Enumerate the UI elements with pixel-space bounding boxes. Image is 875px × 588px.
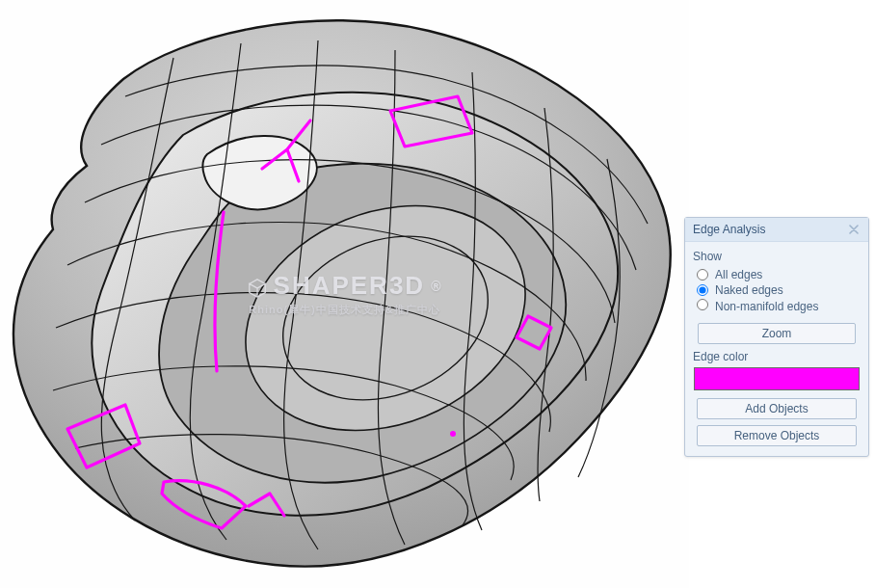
radio-naked-edges-input[interactable] (697, 284, 708, 296)
radio-all-edges-label: All edges (715, 268, 762, 281)
radio-all-edges-input[interactable] (697, 269, 708, 281)
radio-nonmanifold-edges-input[interactable] (697, 299, 708, 310)
close-icon[interactable] (847, 223, 861, 236)
radio-nonmanifold-edges[interactable]: Non-manifold edges (693, 298, 861, 315)
remove-objects-button[interactable]: Remove Objects (697, 425, 857, 446)
svg-point-0 (450, 431, 456, 437)
panel-header[interactable]: Edge Analysis (685, 218, 868, 242)
panel-title: Edge Analysis (693, 223, 765, 236)
edge-analysis-panel: Edge Analysis Show All edges Naked edges… (684, 217, 869, 457)
radio-naked-edges[interactable]: Naked edges (693, 282, 861, 298)
model-render (0, 0, 689, 588)
radio-nonmanifold-edges-label: Non-manifold edges (715, 299, 818, 314)
zoom-button[interactable]: Zoom (698, 323, 856, 344)
show-label: Show (693, 250, 861, 263)
edge-color-swatch[interactable] (694, 367, 860, 390)
viewport-3d[interactable]: SHAPER3D® Rhino(犀牛)中国技术支持&推广中心 (0, 0, 689, 588)
radio-all-edges[interactable]: All edges (693, 267, 861, 282)
add-objects-button[interactable]: Add Objects (697, 398, 857, 419)
radio-naked-edges-label: Naked edges (715, 283, 783, 297)
edge-color-label: Edge color (693, 350, 861, 363)
